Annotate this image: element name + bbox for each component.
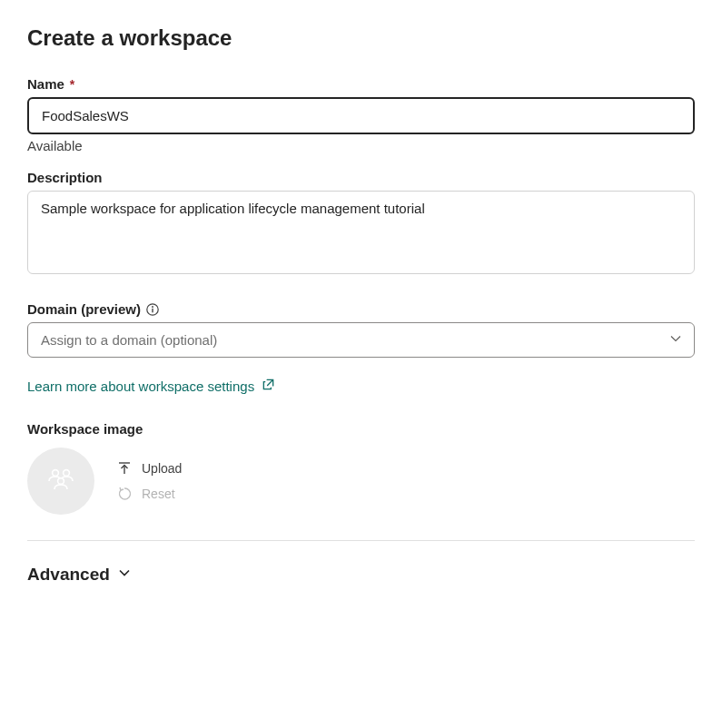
name-status: Available xyxy=(27,138,695,153)
description-label: Description xyxy=(27,170,695,185)
page-title: Create a workspace xyxy=(27,25,695,51)
upload-button[interactable]: Upload xyxy=(116,461,182,476)
info-icon[interactable] xyxy=(146,303,159,316)
name-input[interactable] xyxy=(27,97,695,134)
workspace-image-placeholder xyxy=(27,448,94,515)
image-actions: Upload Reset xyxy=(116,461,182,501)
learn-more-text: Learn more about workspace settings xyxy=(27,379,254,394)
description-input[interactable]: Sample workspace for application lifecyc… xyxy=(27,191,695,274)
domain-select[interactable]: Assign to a domain (optional) xyxy=(27,322,695,358)
reset-button: Reset xyxy=(116,487,182,501)
svg-point-1 xyxy=(152,306,153,308)
workspace-image-row: Upload Reset xyxy=(27,448,695,541)
advanced-label: Advanced xyxy=(27,565,110,585)
advanced-toggle[interactable]: Advanced xyxy=(27,565,132,585)
workspace-image-label: Workspace image xyxy=(27,421,695,437)
domain-label-row: Domain (preview) xyxy=(27,301,695,317)
svg-point-5 xyxy=(58,478,64,485)
upload-label: Upload xyxy=(142,461,182,476)
people-icon xyxy=(45,467,76,496)
chevron-down-icon xyxy=(117,565,132,585)
reset-label: Reset xyxy=(142,487,175,501)
svg-rect-2 xyxy=(152,308,153,312)
external-link-icon xyxy=(262,378,275,394)
upload-icon xyxy=(116,461,133,476)
svg-point-3 xyxy=(53,470,59,477)
learn-more-link[interactable]: Learn more about workspace settings xyxy=(27,378,275,394)
svg-point-4 xyxy=(64,470,70,477)
reset-icon xyxy=(116,487,133,501)
name-label: Name xyxy=(27,76,64,92)
name-label-row: Name * xyxy=(27,76,695,92)
required-mark: * xyxy=(70,77,74,92)
domain-select-wrap: Assign to a domain (optional) xyxy=(27,322,695,358)
domain-label: Domain (preview) xyxy=(27,301,141,317)
